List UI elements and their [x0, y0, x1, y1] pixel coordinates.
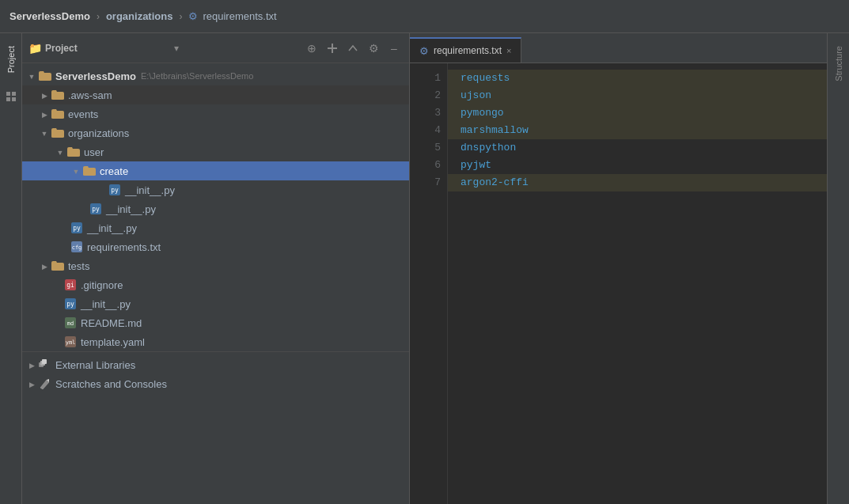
tree-item-organizations[interactable]: organizations — [22, 123, 409, 142]
breadcrumb-file[interactable]: requirements.txt — [203, 10, 276, 22]
panel-dropdown-arrow[interactable]: ▾ — [174, 43, 300, 54]
panel-action-collapse[interactable] — [324, 40, 341, 57]
create-arrow — [70, 167, 82, 176]
orgs-folder-icon — [51, 126, 65, 140]
scratches-icon — [38, 377, 52, 391]
init1-svg: py — [108, 184, 121, 196]
sidebar-item-project[interactable]: Project — [3, 40, 19, 79]
breadcrumb-file-icon: ⚙ — [188, 10, 198, 22]
tree-item-create[interactable]: create — [22, 161, 409, 180]
readme-icon: md — [63, 316, 78, 330]
code-text-2: ujson — [461, 87, 491, 104]
editor-tab-requirements[interactable]: ⚙ requirements.txt × — [410, 37, 521, 63]
scratches-label: Scratches and Consoles — [55, 378, 167, 390]
tests-folder-icon — [51, 259, 65, 273]
svg-text:gi: gi — [66, 282, 74, 289]
git-label: .gitignore — [81, 279, 123, 291]
code-line-3: pymongo — [448, 104, 827, 122]
tree-item-requirements[interactable]: ▶ cfg requirements.txt — [22, 237, 409, 256]
init4-label: __init__.py — [81, 298, 131, 310]
file-tree: ServerlessDemo E:\Jetbrains\ServerlessDe… — [22, 63, 409, 504]
events-label: events — [68, 108, 98, 120]
expand-icon — [347, 43, 358, 54]
code-line-1: requests — [448, 70, 827, 87]
init3-svg: py — [70, 222, 83, 234]
tree-item-template[interactable]: ▶ yml template.yaml — [22, 332, 409, 351]
aws-sam-arrow — [38, 91, 51, 100]
svg-rect-24 — [42, 359, 47, 364]
line-num-2: 2 — [413, 87, 441, 104]
sidebar-item-structure[interactable]: Structure — [831, 40, 847, 88]
line-num-6: 6 — [413, 157, 441, 174]
root-arrow — [25, 72, 38, 81]
panel-action-add[interactable]: ⊕ — [303, 40, 320, 57]
events-arrow — [38, 110, 51, 119]
req-svg: cfg — [70, 241, 83, 253]
init2-icon: py — [89, 202, 103, 216]
user-folder-svg — [67, 146, 80, 157]
panel-action-expand[interactable] — [344, 40, 362, 57]
tests-label: tests — [68, 260, 89, 272]
user-label: user — [84, 146, 104, 158]
line-num-1: 1 — [413, 70, 441, 87]
tree-item-aws-sam[interactable]: .aws-sam — [22, 85, 409, 104]
create-label: create — [100, 165, 128, 177]
tree-item-ext-libs[interactable]: External Libraries — [22, 355, 409, 374]
init4-icon: py — [63, 297, 78, 311]
tree-item-init4[interactable]: ▶ py __init__.py — [22, 294, 409, 313]
svg-rect-5 — [332, 44, 333, 53]
panel-action-minimize[interactable]: – — [385, 40, 403, 57]
code-area[interactable]: requests ujson pymongo marshmallow dnspy… — [448, 63, 827, 504]
collapse-icon — [327, 43, 338, 54]
code-line-5: dnspython — [461, 139, 814, 157]
tree-item-gitignore[interactable]: ▶ gi .gitignore — [22, 275, 409, 294]
panel-action-settings[interactable]: ⚙ — [365, 40, 382, 57]
init1-icon: py — [108, 183, 122, 197]
git-icon: gi — [63, 278, 78, 292]
ext-libs-svg — [39, 359, 51, 370]
line-num-7: 7 — [413, 174, 441, 191]
root-folder-svg — [39, 70, 51, 81]
tests-folder-svg — [51, 260, 64, 271]
ext-libs-label: External Libraries — [55, 359, 135, 371]
tree-item-init3[interactable]: ▶ py __init__.py — [22, 218, 409, 237]
orgs-label: organizations — [68, 127, 129, 139]
code-text-6: pyjwt — [461, 157, 491, 174]
breadcrumb-project[interactable]: ServerlessDemo — [9, 10, 90, 22]
structure-tab-label: Structure — [834, 46, 843, 81]
line-num-3: 3 — [413, 104, 441, 122]
code-text-5: dnspython — [461, 139, 516, 157]
aws-sam-folder-svg — [51, 89, 64, 100]
tree-root[interactable]: ServerlessDemo E:\Jetbrains\ServerlessDe… — [22, 66, 409, 85]
events-folder-icon — [51, 107, 65, 121]
svg-rect-0 — [6, 92, 10, 96]
breadcrumb-sep-2: › — [179, 11, 182, 22]
init3-label: __init__.py — [87, 222, 137, 234]
code-line-2: ujson — [448, 87, 827, 104]
svg-text:md: md — [67, 320, 74, 327]
tree-bottom: External Libraries Scratches and Console… — [22, 351, 409, 396]
structure-sidebar: Structure — [827, 33, 849, 504]
tree-item-readme[interactable]: ▶ md README.md — [22, 313, 409, 332]
tree-item-events[interactable]: events — [22, 104, 409, 123]
init1-label: __init__.py — [125, 184, 175, 196]
line-num-5: 5 — [413, 139, 441, 157]
tree-item-init1[interactable]: ▶ py __init__.py — [22, 180, 409, 199]
tree-item-scratches[interactable]: Scratches and Consoles — [22, 374, 409, 393]
tree-item-tests[interactable]: tests — [22, 256, 409, 275]
svg-text:py: py — [111, 187, 119, 194]
template-svg: yml — [64, 335, 77, 348]
req-label: requirements.txt — [87, 241, 161, 253]
template-icon: yml — [63, 335, 78, 349]
tab-close-button[interactable]: × — [506, 46, 511, 55]
breadcrumb-folder[interactable]: organizations — [106, 10, 173, 22]
tree-item-user[interactable]: user — [22, 142, 409, 161]
tree-item-init2[interactable]: ▶ py __init__.py — [22, 199, 409, 218]
svg-rect-2 — [6, 97, 10, 101]
left-side-tabs: Project — [0, 33, 22, 504]
aws-sam-label: .aws-sam — [68, 89, 112, 101]
user-arrow — [54, 148, 66, 157]
structure-icon-left[interactable] — [3, 89, 19, 104]
ext-libs-arrow — [25, 361, 38, 369]
folder-icon-header: 📁 — [28, 42, 42, 55]
